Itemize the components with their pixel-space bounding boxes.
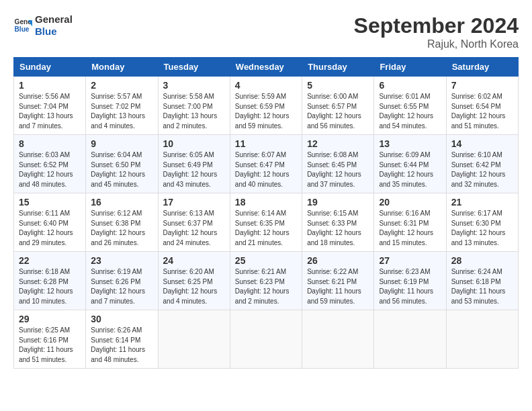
day-cell-2: 2Sunrise: 5:57 AM Sunset: 7:02 PM Daylig…	[86, 77, 158, 135]
day-number: 1	[19, 80, 81, 91]
column-header-tuesday: Tuesday	[158, 58, 230, 77]
week-row-5: 29Sunrise: 6:25 AM Sunset: 6:16 PM Dayli…	[14, 310, 519, 369]
day-cell-empty	[446, 310, 518, 369]
day-cell-3: 3Sunrise: 5:58 AM Sunset: 7:00 PM Daylig…	[158, 77, 230, 135]
column-header-wednesday: Wednesday	[230, 58, 302, 77]
day-cell-empty	[302, 310, 374, 369]
day-number: 6	[379, 80, 441, 91]
day-number: 10	[163, 138, 225, 149]
day-info: Sunrise: 6:14 AM Sunset: 6:35 PM Dayligh…	[235, 209, 297, 248]
location: Rajuk, North Korea	[354, 38, 519, 50]
month-title: September 2024	[354, 13, 519, 38]
day-cell-23: 23Sunrise: 6:19 AM Sunset: 6:26 PM Dayli…	[86, 252, 158, 310]
day-cell-8: 8Sunrise: 6:03 AM Sunset: 6:52 PM Daylig…	[14, 135, 86, 193]
day-number: 4	[235, 80, 297, 91]
day-cell-7: 7Sunrise: 6:02 AM Sunset: 6:54 PM Daylig…	[446, 77, 518, 135]
day-info: Sunrise: 6:20 AM Sunset: 6:25 PM Dayligh…	[163, 267, 225, 306]
day-info: Sunrise: 5:58 AM Sunset: 7:00 PM Dayligh…	[163, 92, 225, 131]
day-number: 30	[91, 314, 152, 324]
day-info: Sunrise: 6:22 AM Sunset: 6:21 PM Dayligh…	[307, 267, 369, 306]
day-number: 2	[91, 80, 152, 91]
day-info: Sunrise: 6:00 AM Sunset: 6:57 PM Dayligh…	[307, 92, 369, 131]
day-number: 14	[451, 138, 513, 149]
day-number: 25	[235, 255, 297, 266]
day-cell-16: 16Sunrise: 6:12 AM Sunset: 6:38 PM Dayli…	[86, 193, 158, 252]
day-number: 11	[235, 138, 297, 149]
day-cell-24: 24Sunrise: 6:20 AM Sunset: 6:25 PM Dayli…	[158, 252, 230, 310]
day-cell-29: 29Sunrise: 6:25 AM Sunset: 6:16 PM Dayli…	[14, 310, 86, 369]
day-number: 22	[19, 255, 81, 266]
day-cell-14: 14Sunrise: 6:10 AM Sunset: 6:42 PM Dayli…	[446, 135, 518, 193]
day-number: 15	[19, 197, 81, 208]
day-number: 9	[91, 138, 152, 149]
column-header-friday: Friday	[374, 58, 446, 77]
day-info: Sunrise: 6:05 AM Sunset: 6:49 PM Dayligh…	[163, 150, 225, 189]
day-number: 16	[91, 197, 152, 208]
day-number: 26	[307, 255, 369, 266]
day-info: Sunrise: 6:18 AM Sunset: 6:28 PM Dayligh…	[19, 267, 81, 306]
day-number: 7	[451, 80, 513, 91]
day-cell-25: 25Sunrise: 6:21 AM Sunset: 6:23 PM Dayli…	[230, 252, 302, 310]
calendar-header-row: SundayMondayTuesdayWednesdayThursdayFrid…	[14, 58, 519, 77]
column-header-thursday: Thursday	[302, 58, 374, 77]
day-cell-4: 4Sunrise: 5:59 AM Sunset: 6:59 PM Daylig…	[230, 77, 302, 135]
day-info: Sunrise: 6:01 AM Sunset: 6:55 PM Dayligh…	[379, 92, 441, 131]
day-info: Sunrise: 6:04 AM Sunset: 6:50 PM Dayligh…	[91, 150, 152, 189]
day-number: 19	[307, 197, 369, 208]
day-info: Sunrise: 5:56 AM Sunset: 7:04 PM Dayligh…	[19, 92, 81, 131]
column-header-monday: Monday	[86, 58, 158, 77]
day-cell-21: 21Sunrise: 6:17 AM Sunset: 6:30 PM Dayli…	[446, 193, 518, 252]
day-cell-20: 20Sunrise: 6:16 AM Sunset: 6:31 PM Dayli…	[374, 193, 446, 252]
day-number: 29	[19, 314, 81, 324]
week-row-4: 22Sunrise: 6:18 AM Sunset: 6:28 PM Dayli…	[14, 252, 519, 310]
day-cell-13: 13Sunrise: 6:09 AM Sunset: 6:44 PM Dayli…	[374, 135, 446, 193]
day-cell-12: 12Sunrise: 6:08 AM Sunset: 6:45 PM Dayli…	[302, 135, 374, 193]
day-cell-22: 22Sunrise: 6:18 AM Sunset: 6:28 PM Dayli…	[14, 252, 86, 310]
day-cell-empty	[230, 310, 302, 369]
logo-icon: General Blue	[13, 16, 32, 35]
column-header-saturday: Saturday	[446, 58, 518, 77]
day-info: Sunrise: 5:57 AM Sunset: 7:02 PM Dayligh…	[91, 92, 152, 131]
day-cell-1: 1Sunrise: 5:56 AM Sunset: 7:04 PM Daylig…	[14, 77, 86, 135]
day-info: Sunrise: 6:03 AM Sunset: 6:52 PM Dayligh…	[19, 150, 81, 189]
day-number: 20	[379, 197, 441, 208]
logo-general: General	[35, 13, 73, 26]
title-block: September 2024 Rajuk, North Korea	[354, 13, 519, 50]
day-info: Sunrise: 6:23 AM Sunset: 6:19 PM Dayligh…	[379, 267, 441, 306]
day-info: Sunrise: 6:07 AM Sunset: 6:47 PM Dayligh…	[235, 150, 297, 189]
day-number: 3	[163, 80, 225, 91]
page-header: General Blue General Blue September 2024…	[13, 13, 519, 50]
day-number: 13	[379, 138, 441, 149]
day-info: Sunrise: 6:24 AM Sunset: 6:18 PM Dayligh…	[451, 267, 513, 306]
column-header-sunday: Sunday	[14, 58, 86, 77]
day-number: 28	[451, 255, 513, 266]
day-info: Sunrise: 6:17 AM Sunset: 6:30 PM Dayligh…	[451, 209, 513, 248]
day-number: 27	[379, 255, 441, 266]
day-info: Sunrise: 6:11 AM Sunset: 6:40 PM Dayligh…	[19, 209, 81, 248]
day-cell-26: 26Sunrise: 6:22 AM Sunset: 6:21 PM Dayli…	[302, 252, 374, 310]
day-number: 12	[307, 138, 369, 149]
day-info: Sunrise: 6:19 AM Sunset: 6:26 PM Dayligh…	[91, 267, 152, 306]
day-cell-28: 28Sunrise: 6:24 AM Sunset: 6:18 PM Dayli…	[446, 252, 518, 310]
day-cell-17: 17Sunrise: 6:13 AM Sunset: 6:37 PM Dayli…	[158, 193, 230, 252]
day-cell-10: 10Sunrise: 6:05 AM Sunset: 6:49 PM Dayli…	[158, 135, 230, 193]
day-number: 23	[91, 255, 152, 266]
day-cell-empty	[374, 310, 446, 369]
day-info: Sunrise: 6:13 AM Sunset: 6:37 PM Dayligh…	[163, 209, 225, 248]
day-info: Sunrise: 6:12 AM Sunset: 6:38 PM Dayligh…	[91, 209, 152, 248]
week-row-2: 8Sunrise: 6:03 AM Sunset: 6:52 PM Daylig…	[14, 135, 519, 193]
day-number: 17	[163, 197, 225, 208]
day-cell-15: 15Sunrise: 6:11 AM Sunset: 6:40 PM Dayli…	[14, 193, 86, 252]
calendar-table: SundayMondayTuesdayWednesdayThursdayFrid…	[13, 57, 519, 369]
day-cell-30: 30Sunrise: 6:26 AM Sunset: 6:14 PM Dayli…	[86, 310, 158, 369]
day-info: Sunrise: 6:21 AM Sunset: 6:23 PM Dayligh…	[235, 267, 297, 306]
day-info: Sunrise: 5:59 AM Sunset: 6:59 PM Dayligh…	[235, 92, 297, 131]
day-number: 5	[307, 80, 369, 91]
day-number: 21	[451, 197, 513, 208]
day-info: Sunrise: 6:26 AM Sunset: 6:14 PM Dayligh…	[91, 326, 152, 365]
day-info: Sunrise: 6:15 AM Sunset: 6:33 PM Dayligh…	[307, 209, 369, 248]
day-cell-18: 18Sunrise: 6:14 AM Sunset: 6:35 PM Dayli…	[230, 193, 302, 252]
day-info: Sunrise: 6:25 AM Sunset: 6:16 PM Dayligh…	[19, 326, 81, 365]
day-cell-empty	[158, 310, 230, 369]
day-info: Sunrise: 6:09 AM Sunset: 6:44 PM Dayligh…	[379, 150, 441, 189]
